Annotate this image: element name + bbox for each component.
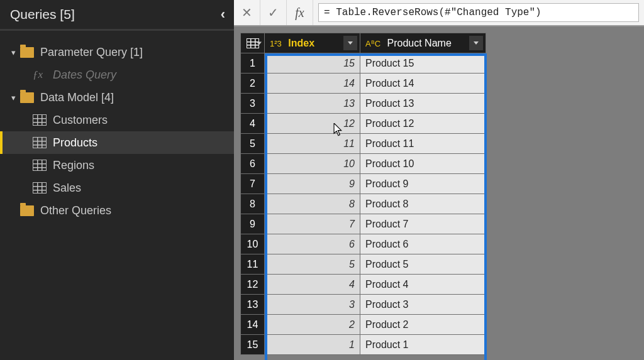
column-filter-button[interactable] (469, 36, 483, 50)
table-icon (33, 137, 47, 148)
query-label: Customers (53, 114, 108, 127)
query-label: Dates Query (53, 68, 116, 82)
row-number[interactable]: 2 (241, 74, 265, 94)
number-type-icon: 1²3 (270, 39, 282, 48)
cancel-icon: ✕ (242, 5, 252, 20)
folder-label: Parameter Query [1] (40, 46, 143, 59)
folder-data-model[interactable]: ▾ Data Model [4] (0, 86, 234, 109)
cell-index[interactable]: 3 (265, 295, 360, 315)
column-filter-button[interactable] (343, 36, 357, 50)
folder-other-queries[interactable]: Other Queries (0, 199, 234, 222)
query-dates-query[interactable]: ƒx Dates Query (0, 63, 234, 86)
data-grid[interactable]: 1²3 Index AᴮC Product Name 115Product 15… (240, 33, 486, 355)
expand-toggle-icon[interactable]: ▾ (9, 93, 18, 102)
table-row[interactable]: 313Product 13 (241, 94, 486, 114)
cell-index[interactable]: 10 (265, 154, 360, 174)
cell-name[interactable]: Product 3 (360, 295, 486, 315)
cell-name[interactable]: Product 6 (360, 234, 486, 254)
check-icon: ✓ (268, 5, 279, 20)
row-number[interactable]: 14 (241, 315, 265, 335)
cell-index[interactable]: 6 (265, 234, 360, 254)
cell-name[interactable]: Product 2 (360, 315, 486, 335)
column-header-product-name[interactable]: AᴮC Product Name (360, 33, 486, 53)
table-row[interactable]: 106Product 6 (241, 234, 486, 254)
table-row[interactable]: 610Product 10 (241, 154, 486, 174)
table-row[interactable]: 124Product 4 (241, 275, 486, 295)
table-row[interactable]: 115Product 15 (241, 53, 486, 74)
grid-corner-button[interactable] (241, 33, 265, 53)
table-row[interactable]: 97Product 7 (241, 214, 486, 234)
row-number[interactable]: 6 (241, 154, 265, 174)
cell-index[interactable]: 8 (265, 194, 360, 214)
row-number[interactable]: 15 (241, 335, 265, 355)
table-icon (33, 160, 47, 171)
column-label: Product Name (387, 38, 452, 48)
cell-name[interactable]: Product 11 (360, 134, 486, 154)
table-row[interactable]: 88Product 8 (241, 194, 486, 214)
query-regions[interactable]: Regions (0, 154, 234, 177)
row-number[interactable]: 13 (241, 295, 265, 315)
folder-icon (20, 47, 34, 58)
row-number[interactable]: 1 (241, 53, 265, 74)
table-row[interactable]: 511Product 11 (241, 134, 486, 154)
table-row[interactable]: 412Product 12 (241, 114, 486, 134)
cell-index[interactable]: 15 (265, 53, 360, 74)
table-row[interactable]: 115Product 5 (241, 254, 486, 275)
formula-fx-button[interactable]: fx (287, 0, 313, 25)
row-number[interactable]: 4 (241, 114, 265, 134)
cell-name[interactable]: Product 4 (360, 275, 486, 295)
queries-sidebar: Queries [5] ‹ ▾ Parameter Query [1] ƒx D… (0, 0, 234, 360)
cell-index[interactable]: 11 (265, 134, 360, 154)
cell-index[interactable]: 4 (265, 275, 360, 295)
cell-name[interactable]: Product 15 (360, 53, 486, 74)
row-number[interactable]: 3 (241, 94, 265, 114)
cell-index[interactable]: 9 (265, 174, 360, 194)
cell-name[interactable]: Product 10 (360, 154, 486, 174)
cell-index[interactable]: 14 (265, 74, 360, 94)
cell-name[interactable]: Product 1 (360, 335, 486, 355)
expand-toggle-icon[interactable]: ▾ (9, 48, 18, 57)
cell-index[interactable]: 7 (265, 214, 360, 234)
folder-icon (20, 205, 34, 216)
query-sales[interactable]: Sales (0, 177, 234, 199)
table-row[interactable]: 133Product 3 (241, 295, 486, 315)
grid-wrap: 1²3 Index AᴮC Product Name 115Product 15… (234, 26, 644, 357)
column-header-index[interactable]: 1²3 Index (265, 33, 360, 53)
cell-name[interactable]: Product 14 (360, 74, 486, 94)
table-row[interactable]: 214Product 14 (241, 74, 486, 94)
cell-name[interactable]: Product 13 (360, 94, 486, 114)
row-number[interactable]: 11 (241, 254, 265, 275)
formula-confirm-button[interactable]: ✓ (260, 0, 287, 25)
collapse-sidebar-icon[interactable]: ‹ (221, 6, 225, 23)
query-customers[interactable]: Customers (0, 109, 234, 131)
cell-index[interactable]: 13 (265, 94, 360, 114)
row-number[interactable]: 5 (241, 134, 265, 154)
row-number[interactable]: 10 (241, 234, 265, 254)
formula-bar: ✕ ✓ fx (234, 0, 644, 26)
cell-name[interactable]: Product 8 (360, 194, 486, 214)
queries-title: Queries [5] (10, 7, 75, 22)
cell-index[interactable]: 2 (265, 315, 360, 335)
cell-name[interactable]: Product 9 (360, 174, 486, 194)
fx-icon: ƒx (33, 68, 47, 81)
table-row[interactable]: 151Product 1 (241, 335, 486, 355)
cell-name[interactable]: Product 12 (360, 114, 486, 134)
formula-cancel-button[interactable]: ✕ (234, 0, 260, 25)
table-row[interactable]: 79Product 9 (241, 174, 486, 194)
cell-name[interactable]: Product 7 (360, 214, 486, 234)
cell-index[interactable]: 5 (265, 254, 360, 275)
cell-index[interactable]: 12 (265, 114, 360, 134)
formula-input[interactable] (318, 3, 639, 22)
folder-parameter-query[interactable]: ▾ Parameter Query [1] (0, 41, 234, 63)
cell-index[interactable]: 1 (265, 335, 360, 355)
table-row[interactable]: 142Product 2 (241, 315, 486, 335)
row-number[interactable]: 8 (241, 194, 265, 214)
column-label: Index (288, 38, 314, 48)
cell-name[interactable]: Product 5 (360, 254, 486, 275)
queries-tree: ▾ Parameter Query [1] ƒx Dates Query ▾ D… (0, 31, 234, 222)
row-number[interactable]: 9 (241, 214, 265, 234)
query-products[interactable]: Products (0, 131, 234, 154)
row-number[interactable]: 12 (241, 275, 265, 295)
table-icon (33, 182, 47, 194)
row-number[interactable]: 7 (241, 174, 265, 194)
